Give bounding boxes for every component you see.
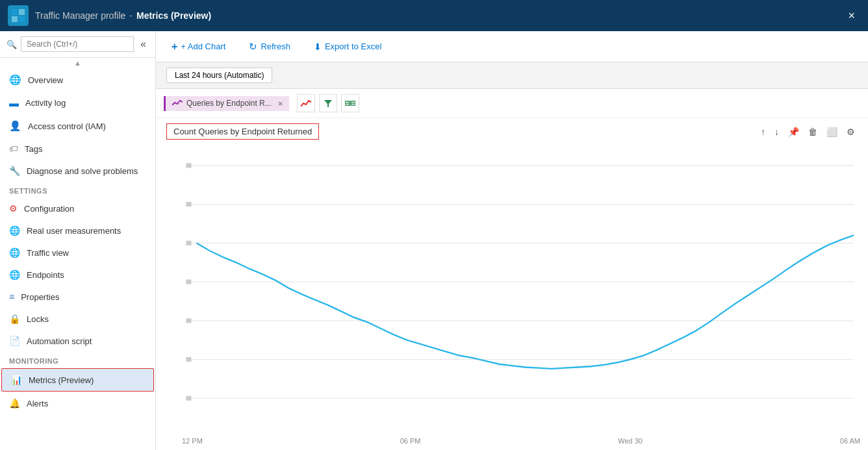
svg-rect-0 bbox=[12, 9, 18, 15]
top-bar: Traffic Manager profile - Metrics (Previ… bbox=[0, 0, 868, 31]
svg-rect-3 bbox=[19, 16, 25, 22]
add-icon: + bbox=[172, 41, 177, 53]
chart-tab-close[interactable]: × bbox=[278, 99, 283, 108]
svg-rect-16 bbox=[186, 163, 191, 168]
sidebar-item-label: Activity log bbox=[25, 98, 66, 108]
pin-icon[interactable]: 📌 bbox=[785, 125, 802, 138]
window-title: Traffic Manager profile - Metrics (Previ… bbox=[35, 10, 211, 21]
expand-icon[interactable]: ⬜ bbox=[824, 125, 840, 138]
chart-icon: 📊 bbox=[11, 375, 22, 385]
sidebar-search-bar: 🔍 « bbox=[0, 31, 155, 58]
chart-svg bbox=[164, 142, 860, 437]
sidebar-item-label: Real user measurements bbox=[27, 226, 121, 236]
refresh-icon: ↻ bbox=[249, 41, 257, 53]
title-separator: - bbox=[129, 10, 133, 21]
toolbar: + + Add Chart ↻ Refresh ⬇ Export to Exce… bbox=[156, 31, 868, 62]
sidebar-collapse-button[interactable]: « bbox=[138, 37, 149, 51]
chart-container: Queries by Endpoint R... × bbox=[156, 89, 868, 450]
chart-title-row: Count Queries by Endpoint Returned ↑ ↓ 📌… bbox=[156, 118, 868, 142]
sidebar-item-alerts[interactable]: 🔔 Alerts bbox=[0, 392, 155, 414]
sidebar-item-label: Traffic view bbox=[27, 248, 69, 258]
sidebar-section-monitoring: MONITORING bbox=[0, 352, 155, 368]
sidebar-item-label: Diagnose and solve problems bbox=[27, 166, 138, 176]
sidebar-item-tags[interactable]: 🏷 Tags bbox=[0, 138, 155, 160]
sidebar-item-label: Metrics (Preview) bbox=[29, 375, 94, 385]
wrench-icon: 🔧 bbox=[9, 166, 20, 176]
svg-rect-22 bbox=[186, 396, 191, 401]
page-title: Metrics (Preview) bbox=[136, 10, 211, 21]
svg-rect-2 bbox=[12, 16, 18, 22]
line-chart-icon-btn[interactable] bbox=[297, 94, 315, 112]
sidebar-item-configuration[interactable]: ⚙ Configuration bbox=[0, 197, 155, 219]
sidebar-item-access-control[interactable]: 👤 Access control (IAM) bbox=[0, 114, 155, 138]
close-button[interactable]: × bbox=[843, 6, 860, 25]
sidebar-item-label: Access control (IAM) bbox=[28, 121, 106, 131]
sidebar-item-label: Tags bbox=[25, 144, 42, 154]
sort-asc-icon[interactable]: ↑ bbox=[758, 125, 768, 138]
sidebar-item-endpoints[interactable]: 🌐 Endpoints bbox=[0, 264, 155, 286]
globe-icon: 🌐 bbox=[9, 74, 21, 86]
settings-icon[interactable]: ⚙ bbox=[844, 125, 858, 138]
sidebar-scroll-up[interactable]: ▲ bbox=[0, 58, 155, 68]
sidebar-item-label: Automation script bbox=[27, 336, 92, 346]
content-area: + + Add Chart ↻ Refresh ⬇ Export to Exce… bbox=[156, 31, 868, 450]
x-label-4: 06 AM bbox=[840, 437, 860, 445]
export-icon: ⬇ bbox=[314, 42, 322, 52]
chart-action-icons: ↑ ↓ 📌 🗑 ⬜ ⚙ bbox=[758, 125, 858, 138]
add-chart-button[interactable]: + + Add Chart bbox=[166, 38, 231, 55]
split-icon-btn[interactable] bbox=[341, 94, 359, 112]
sidebar-section-settings: SETTINGS bbox=[0, 182, 155, 197]
chart-tab-label: Queries by Endpoint R... bbox=[186, 99, 272, 108]
sidebar-item-label: Configuration bbox=[24, 204, 74, 214]
chart-tab[interactable]: Queries by Endpoint R... × bbox=[164, 96, 289, 111]
chart-x-labels: 12 PM 06 PM Wed 30 06 AM bbox=[156, 437, 868, 445]
sidebar-item-activity-log[interactable]: ▬ Activity log bbox=[0, 92, 155, 114]
sort-desc-icon[interactable]: ↓ bbox=[772, 125, 782, 138]
svg-rect-21 bbox=[186, 357, 191, 362]
sidebar-item-properties[interactable]: ≡ Properties bbox=[0, 286, 155, 308]
filter-icon-btn[interactable] bbox=[319, 94, 337, 112]
time-filter-button[interactable]: Last 24 hours (Automatic) bbox=[166, 68, 272, 83]
sidebar-item-metrics[interactable]: 📊 Metrics (Preview) bbox=[1, 368, 154, 392]
sidebar-item-label: Properties bbox=[21, 292, 59, 302]
app-subtitle: Traffic Manager profile bbox=[35, 10, 125, 21]
svg-marker-4 bbox=[324, 100, 332, 107]
sidebar-item-label: Alerts bbox=[27, 399, 48, 408]
search-input[interactable] bbox=[21, 36, 134, 52]
sidebar-item-automation-script[interactable]: 📄 Automation script bbox=[0, 330, 155, 352]
chart-tabs-row: Queries by Endpoint R... × bbox=[156, 89, 868, 118]
script-icon: 📄 bbox=[9, 336, 20, 346]
svg-rect-19 bbox=[186, 279, 191, 284]
bell-icon: 🔔 bbox=[9, 398, 20, 408]
search-icon: 🔍 bbox=[6, 40, 17, 49]
x-label-3: Wed 30 bbox=[618, 437, 643, 445]
x-label-2: 06 PM bbox=[400, 437, 421, 445]
main-layout: 🔍 « ▲ 🌐 Overview ▬ Activity log 👤 Access… bbox=[0, 31, 868, 450]
properties-icon: ≡ bbox=[9, 292, 14, 302]
time-filter-bar: Last 24 hours (Automatic) bbox=[156, 62, 868, 89]
refresh-button[interactable]: ↻ Refresh bbox=[244, 38, 296, 55]
sidebar-item-label: Endpoints bbox=[27, 270, 64, 280]
sidebar-item-diagnose[interactable]: 🔧 Diagnose and solve problems bbox=[0, 160, 155, 182]
sidebar-item-overview[interactable]: 🌐 Overview bbox=[0, 68, 155, 92]
traffic-icon: 🌐 bbox=[9, 247, 20, 258]
svg-rect-20 bbox=[186, 318, 191, 323]
svg-rect-18 bbox=[186, 241, 191, 245]
export-button[interactable]: ⬇ Export to Excel bbox=[309, 39, 387, 55]
sidebar-item-label: Locks bbox=[27, 314, 49, 324]
rum-icon: 🌐 bbox=[9, 225, 20, 236]
sidebar-item-locks[interactable]: 🔒 Locks bbox=[0, 308, 155, 330]
chart-area bbox=[156, 142, 868, 437]
sidebar-item-traffic-view[interactable]: 🌐 Traffic view bbox=[0, 242, 155, 264]
sidebar-item-rum[interactable]: 🌐 Real user measurements bbox=[0, 219, 155, 242]
svg-rect-17 bbox=[186, 202, 191, 206]
endpoints-icon: 🌐 bbox=[9, 269, 20, 280]
tag-icon: 🏷 bbox=[9, 144, 18, 154]
person-icon: 👤 bbox=[9, 120, 21, 132]
lock-icon: 🔒 bbox=[9, 314, 20, 324]
delete-icon[interactable]: 🗑 bbox=[806, 125, 820, 138]
x-label-1: 12 PM bbox=[182, 437, 203, 445]
sidebar-item-label: Overview bbox=[28, 75, 63, 85]
line-chart-mini-icon bbox=[172, 99, 183, 108]
log-icon: ▬ bbox=[9, 97, 19, 108]
